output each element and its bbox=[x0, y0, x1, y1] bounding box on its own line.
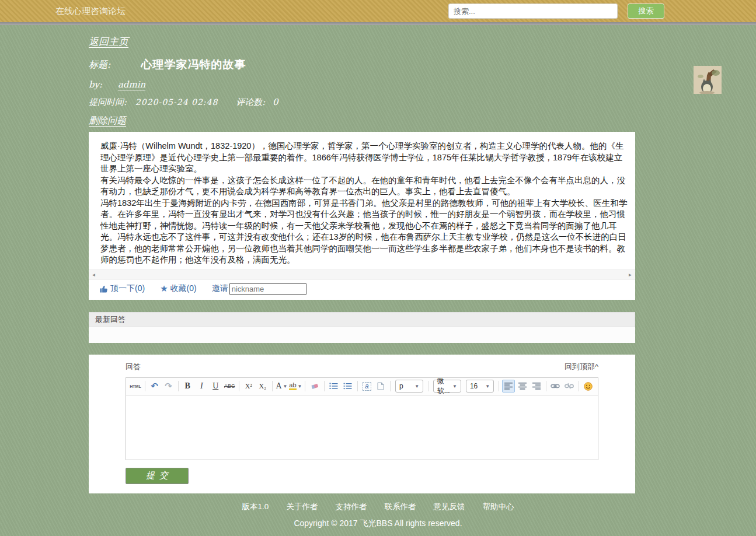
ordered-list-icon[interactable] bbox=[328, 380, 340, 393]
top-navbar: 在线心理咨询论坛 搜索 bbox=[0, 0, 756, 22]
horizontal-scrollbar[interactable]: ◄ ► bbox=[89, 269, 635, 279]
unordered-list-icon[interactable] bbox=[342, 380, 354, 393]
favorite-label: 收藏(0) bbox=[170, 283, 197, 294]
scroll-left-arrow-icon[interactable]: ◄ bbox=[89, 270, 99, 280]
toolbar-separator bbox=[390, 381, 391, 391]
footer-link-feedback[interactable]: 意见反馈 bbox=[433, 502, 465, 512]
strikethrough-button[interactable]: ABC bbox=[223, 380, 236, 393]
emoji-icon[interactable] bbox=[582, 380, 595, 393]
chevron-down-icon: ▼ bbox=[452, 384, 457, 389]
chevron-down-icon: ▼ bbox=[485, 384, 490, 389]
delete-question-link[interactable]: 删除问题 bbox=[89, 115, 126, 127]
totoro-avatar-image bbox=[694, 66, 722, 94]
like-button[interactable]: 顶一下(0) bbox=[99, 283, 145, 294]
bold-button[interactable]: B bbox=[181, 380, 194, 393]
html-source-button[interactable]: HTML bbox=[129, 380, 142, 393]
post-time: 2020-05-24 02:48 bbox=[135, 97, 218, 107]
author-link[interactable]: admin bbox=[118, 79, 145, 90]
highlight-color-button[interactable]: ab ▼ bbox=[289, 380, 302, 393]
font-size-select[interactable]: 16 ▼ bbox=[466, 380, 494, 393]
paragraph-format-select[interactable]: p ▼ bbox=[395, 380, 423, 393]
post-actions: 顶一下(0) ★ 收藏(0) 邀请 bbox=[89, 279, 635, 300]
page-footer: 版本1.0 关于作者 支持作者 联系作者 意见反馈 帮助中心 Copyright… bbox=[0, 502, 756, 529]
search-button[interactable]: 搜索 bbox=[628, 3, 664, 19]
latest-answers-section: 最新回答 bbox=[89, 312, 635, 343]
latest-answers-header: 最新回答 bbox=[89, 312, 635, 327]
footer-link-support[interactable]: 支持作者 bbox=[335, 502, 367, 512]
time-label: 提问时间: bbox=[89, 97, 127, 107]
site-title: 在线心理咨询论坛 bbox=[55, 6, 126, 17]
comments-count: 0 bbox=[273, 97, 278, 107]
reply-editor-card: 回答 回到顶部^ HTML ↶ ↷ B I U ABC X² X₂ bbox=[89, 355, 635, 493]
toolbar-separator bbox=[428, 381, 428, 391]
insert-link-icon[interactable] bbox=[549, 380, 562, 393]
underline-button[interactable]: U bbox=[209, 380, 222, 393]
undo-icon[interactable]: ↶ bbox=[148, 380, 161, 393]
footer-link-help[interactable]: 帮助中心 bbox=[482, 502, 514, 512]
like-label: 顶一下(0) bbox=[110, 283, 145, 294]
chevron-down-icon: ▼ bbox=[414, 384, 419, 389]
content-paragraph: 有关冯特最令人吃惊的一件事是，这孩子怎会长成这样一位了不起的人。在他的童年和青年… bbox=[100, 175, 629, 198]
invite-control: 邀请 bbox=[212, 283, 306, 295]
new-document-icon[interactable] bbox=[374, 380, 387, 393]
reply-label: 回答 bbox=[126, 362, 141, 372]
align-right-icon[interactable] bbox=[530, 380, 543, 393]
toolbar-separator bbox=[357, 381, 358, 391]
toolbar-separator bbox=[546, 381, 546, 391]
invite-label: 邀请 bbox=[212, 283, 228, 294]
reply-textarea[interactable] bbox=[126, 395, 598, 460]
anchor-button[interactable]: a bbox=[360, 380, 373, 393]
scroll-right-arrow-icon[interactable]: ► bbox=[625, 270, 635, 280]
subscript-button[interactable]: X₂ bbox=[256, 380, 269, 393]
content-paragraph: 冯特1832年出生于曼海姆附近的内卡劳，在德国西南部，可算是书香门弟。他父亲是村… bbox=[100, 198, 629, 266]
toolbar-separator bbox=[579, 381, 579, 391]
redo-icon[interactable]: ↷ bbox=[162, 380, 175, 393]
submit-button[interactable]: 提交 bbox=[126, 468, 189, 484]
toolbar-separator bbox=[239, 381, 239, 391]
post-header: 返回主页 标题: 心理学家冯特的故事 by: admin 提问时间: 2020-… bbox=[89, 25, 635, 127]
favorite-button[interactable]: ★ 收藏(0) bbox=[160, 283, 197, 294]
toolbar-separator bbox=[145, 381, 145, 391]
back-home-link[interactable]: 返回主页 bbox=[89, 35, 128, 48]
toolbar-separator bbox=[499, 381, 499, 391]
remove-link-icon[interactable] bbox=[563, 380, 576, 393]
author-avatar[interactable] bbox=[694, 66, 722, 94]
font-family-select[interactable]: 微软... ▼ bbox=[433, 380, 461, 393]
font-color-button[interactable]: A ▼ bbox=[275, 380, 288, 393]
footer-link-about[interactable]: 关于作者 bbox=[286, 502, 318, 512]
remove-format-eraser-icon[interactable] bbox=[308, 380, 321, 393]
chevron-down-icon: ▼ bbox=[283, 384, 288, 389]
by-label: by: bbox=[89, 79, 102, 90]
footer-link-contact[interactable]: 联系作者 bbox=[384, 502, 416, 512]
footer-links: 版本1.0 关于作者 支持作者 联系作者 意见反馈 帮助中心 bbox=[0, 502, 756, 512]
italic-button[interactable]: I bbox=[195, 380, 208, 393]
comments-label: 评论数: bbox=[236, 97, 265, 107]
back-to-top-link[interactable]: 回到顶部^ bbox=[565, 362, 598, 372]
chevron-down-icon: ▼ bbox=[298, 384, 302, 389]
search-area: 搜索 bbox=[448, 3, 618, 19]
editor-toolbar: HTML ↶ ↷ B I U ABC X² X₂ A ▼ bbox=[126, 378, 598, 395]
search-input[interactable] bbox=[448, 3, 618, 19]
toolbar-separator bbox=[324, 381, 325, 391]
content-paragraph: 威廉·冯特（Wilhelm Wundt，1832-1920），德国心理学家，哲学… bbox=[100, 141, 629, 175]
post-content: 威廉·冯特（Wilhelm Wundt，1832-1920），德国心理学家，哲学… bbox=[89, 132, 635, 269]
align-left-icon[interactable] bbox=[502, 380, 515, 393]
toolbar-separator bbox=[178, 381, 179, 391]
post-content-panel: 威廉·冯特（Wilhelm Wundt，1832-1920），德国心理学家，哲学… bbox=[89, 132, 635, 300]
copyright-text: Copyright © 2017 飞光BBS All rights reserv… bbox=[0, 519, 756, 529]
latest-answers-list bbox=[89, 327, 635, 343]
star-icon: ★ bbox=[160, 283, 168, 294]
thumbs-up-icon bbox=[99, 285, 108, 293]
footer-version: 版本1.0 bbox=[242, 502, 269, 512]
toolbar-separator bbox=[272, 381, 273, 391]
invite-nickname-input[interactable] bbox=[229, 283, 306, 295]
rich-text-editor: HTML ↶ ↷ B I U ABC X² X₂ A ▼ bbox=[126, 377, 598, 460]
title-label: 标题: bbox=[89, 59, 110, 71]
toolbar-separator bbox=[305, 381, 305, 391]
post-title: 心理学家冯特的故事 bbox=[141, 57, 246, 72]
superscript-button[interactable]: X² bbox=[242, 380, 255, 393]
align-center-icon[interactable] bbox=[516, 380, 529, 393]
